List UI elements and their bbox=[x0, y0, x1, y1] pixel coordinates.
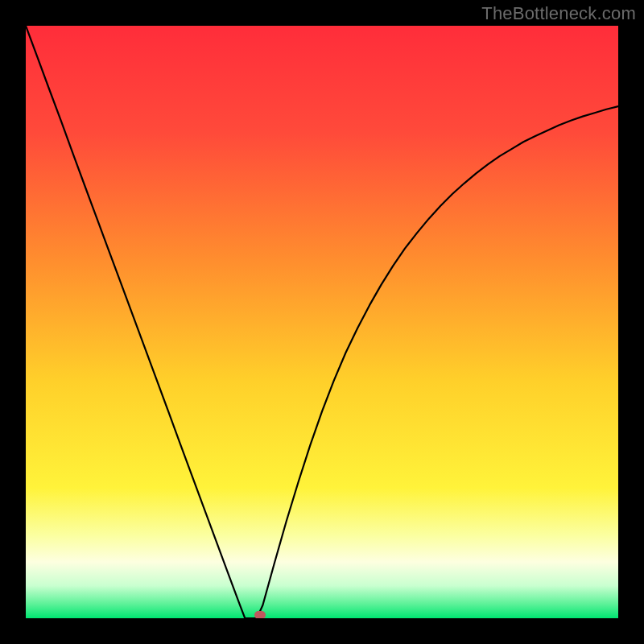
watermark-text: TheBottleneck.com bbox=[481, 3, 636, 24]
bottleneck-curve bbox=[26, 26, 618, 618]
optimal-point-marker bbox=[254, 611, 266, 618]
chart-frame: TheBottleneck.com bbox=[0, 0, 644, 644]
plot-area bbox=[26, 26, 618, 618]
